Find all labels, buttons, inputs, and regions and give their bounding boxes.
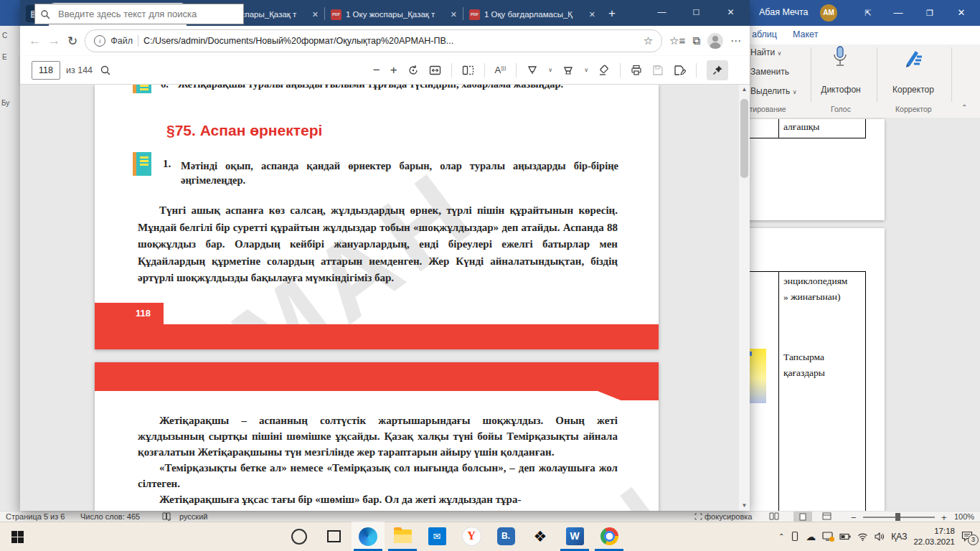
- read-mode-icon[interactable]: [769, 512, 779, 520]
- tray-expand-icon[interactable]: ⌃: [778, 532, 784, 540]
- page-info-icon[interactable]: i: [94, 35, 105, 47]
- word-page-1[interactable]: алғашқы: [746, 119, 885, 220]
- browser-tab[interactable]: PDF 1 Оқу бағдарламасы_Қ ✕: [463, 3, 601, 26]
- read-aloud-icon[interactable]: A))): [495, 65, 507, 75]
- body-paragraph: Жетіқарақшыға ұқсас тағы бір «шөміш» бар…: [138, 491, 618, 507]
- word-restore-button[interactable]: ❐: [915, 0, 944, 26]
- zoom-slider-thumb[interactable]: [895, 513, 900, 521]
- draw-options-chevron-icon[interactable]: ∨: [548, 67, 552, 73]
- dictate-button[interactable]: Диктофон: [818, 85, 864, 95]
- favorites-bar-icon[interactable]: ☆≡: [669, 34, 685, 47]
- address-url[interactable]: C:/Users/admin/Documents/Новый%20формат/…: [143, 36, 639, 46]
- word-close-button[interactable]: ✕: [947, 0, 976, 26]
- status-language[interactable]: русский: [179, 512, 207, 521]
- task-view-button[interactable]: [317, 522, 350, 551]
- address-bar[interactable]: i Файл C:/Users/admin/Documents/Новый%20…: [85, 29, 662, 52]
- taskbar-yandex-button[interactable]: Y: [455, 522, 488, 551]
- save-icon[interactable]: [652, 65, 664, 76]
- section-heading: §75. Аспан өрнектері: [166, 122, 322, 139]
- taskbar-dropbox-button[interactable]: ❖: [524, 522, 557, 551]
- dictate-icon[interactable]: [832, 46, 848, 70]
- settings-menu-icon[interactable]: ⋯: [730, 34, 741, 47]
- select-button[interactable]: Выделить ∨: [750, 86, 797, 96]
- page-view-icon[interactable]: [462, 65, 474, 76]
- browser-tab[interactable]: PDF 1 Оку жоспары_Қазақ т ✕: [325, 3, 463, 26]
- rotate-icon[interactable]: [407, 65, 419, 76]
- taskbar-vk-button[interactable]: В.: [489, 522, 522, 551]
- status-word-count[interactable]: Число слов: 465: [80, 512, 140, 521]
- pdf-page-119[interactable]: асы Жетіқарақшы – аспанның солтүстік жар…: [95, 362, 659, 511]
- cortana-button[interactable]: [283, 522, 316, 551]
- pdf-page-118[interactable]: АРМАН 6. Жетіқарақшы туралы аңызды ғылым…: [95, 85, 659, 349]
- wifi-icon[interactable]: [857, 532, 868, 541]
- highlight-options-chevron-icon[interactable]: ∨: [584, 67, 588, 73]
- display-settings-icon[interactable]: [822, 532, 833, 541]
- edge-close-button[interactable]: ✕: [715, 0, 747, 24]
- taskbar-search-input[interactable]: [34, 4, 244, 24]
- word-avatar[interactable]: АМ: [820, 4, 837, 22]
- taskbar-edge-button[interactable]: [352, 522, 385, 551]
- pdf-scrollbar[interactable]: ▲ ▼: [739, 85, 750, 511]
- ribbon-display-options-icon[interactable]: ⇱: [854, 0, 882, 26]
- editor-button[interactable]: Корректор: [882, 85, 944, 95]
- edge-minimize-button[interactable]: —: [646, 0, 678, 24]
- word-minimize-button[interactable]: —: [884, 0, 913, 26]
- fit-to-width-icon[interactable]: [429, 65, 441, 76]
- pdf-page-input[interactable]: [32, 61, 60, 80]
- zoom-out-icon[interactable]: −: [373, 63, 380, 77]
- your-phone-icon[interactable]: [791, 531, 799, 542]
- onedrive-icon[interactable]: ☁: [806, 531, 816, 542]
- start-button[interactable]: [0, 522, 34, 551]
- keyboard-language[interactable]: ҚАЗ: [891, 532, 907, 542]
- replace-button[interactable]: Заменить: [750, 67, 789, 77]
- volume-icon[interactable]: [875, 532, 885, 541]
- scroll-down-icon[interactable]: ▼: [739, 501, 750, 511]
- highlight-icon[interactable]: [562, 65, 574, 76]
- focus-mode-button[interactable]: фокусировка: [694, 512, 752, 521]
- back-icon[interactable]: ←: [29, 34, 41, 48]
- profile-avatar[interactable]: [707, 33, 723, 49]
- save-as-icon[interactable]: [674, 65, 686, 76]
- zoom-level[interactable]: 100%: [954, 512, 974, 521]
- new-tab-button[interactable]: +: [608, 6, 616, 21]
- pdf-search-icon[interactable]: [100, 65, 111, 76]
- status-page-indicator[interactable]: Страница 5 из 6: [6, 512, 65, 521]
- pdf-viewport[interactable]: АРМАН 6. Жетіқарақшы туралы аңызды ғылым…: [20, 85, 750, 511]
- scroll-up-icon[interactable]: ▲: [739, 85, 750, 95]
- table-cell-text[interactable]: қағаздары: [783, 367, 825, 379]
- battery-icon[interactable]: [839, 533, 851, 540]
- taskbar-word-button[interactable]: W: [558, 522, 591, 551]
- find-button[interactable]: Найти ∨: [750, 47, 781, 57]
- table-cell-text[interactable]: Тапсырма: [783, 352, 824, 363]
- forward-icon[interactable]: →: [48, 34, 60, 48]
- tab-close-icon[interactable]: ✕: [312, 10, 319, 19]
- tab-close-icon[interactable]: ✕: [589, 10, 595, 19]
- refresh-icon[interactable]: ↻: [67, 34, 77, 49]
- action-center-button[interactable]: 3: [961, 531, 974, 542]
- pin-toolbar-button[interactable]: [707, 60, 728, 80]
- table-cell-text[interactable]: энциклопедиям: [783, 276, 847, 287]
- scrollbar-thumb[interactable]: [740, 99, 748, 178]
- table-cell-text[interactable]: » жинағынан): [783, 291, 840, 303]
- zoom-in-icon[interactable]: +: [390, 63, 397, 77]
- proofing-icon[interactable]: [162, 512, 171, 521]
- erase-icon[interactable]: [598, 65, 610, 76]
- edge-maximize-button[interactable]: ☐: [680, 0, 712, 24]
- web-layout-icon[interactable]: [822, 512, 831, 520]
- taskbar-chrome-button[interactable]: [593, 522, 626, 551]
- word-page-2[interactable]: энциклопедиям » жинағынан) Тапсырма қаға…: [746, 228, 885, 511]
- add-favorite-icon[interactable]: ☆: [644, 34, 653, 47]
- draw-icon[interactable]: [527, 65, 538, 76]
- collections-icon[interactable]: ⧉: [692, 34, 700, 47]
- table-cell-text[interactable]: алғашқы: [783, 121, 819, 133]
- tab-close-icon[interactable]: ✕: [451, 10, 457, 19]
- tab-layout[interactable]: Макет: [793, 29, 818, 39]
- taskbar-mail-button[interactable]: ✉: [420, 522, 453, 551]
- tab-table-design[interactable]: аблиц: [752, 29, 777, 39]
- taskbar-explorer-button[interactable]: [386, 522, 419, 551]
- editor-icon[interactable]: [903, 47, 924, 68]
- print-icon[interactable]: [631, 65, 642, 76]
- collapse-ribbon-icon[interactable]: ⌃: [961, 103, 967, 111]
- taskbar-clock[interactable]: 17:18 22.03.2021: [913, 526, 955, 547]
- print-layout-icon[interactable]: [793, 512, 812, 522]
